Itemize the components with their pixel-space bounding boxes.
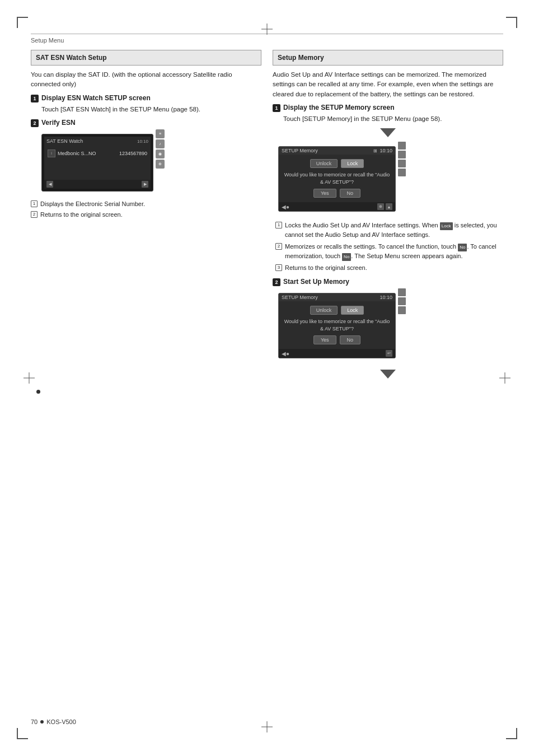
sm2-yes-btn[interactable]: Yes — [313, 335, 336, 344]
sm2-si-2 — [398, 297, 406, 305]
corner-mark-bl — [17, 728, 28, 739]
no-btn-label-1: No — [458, 244, 467, 251]
sat-esn-screen-title: SAT ESN Watch — [46, 138, 83, 146]
left-step-1: 1 Display ESN Watch SETUP screen — [31, 94, 261, 102]
sm2-question: Would you like to memorize or recall the… — [283, 318, 391, 332]
sm2-bottom: ◀● ↩ — [279, 349, 395, 358]
left-bullet — [36, 387, 261, 395]
left-step-2-title: Verify ESN — [41, 119, 76, 127]
right-section-title: Setup Memory — [278, 54, 324, 62]
left-note-2-text: Returns to the original screen. — [40, 210, 123, 220]
sm1-si-3 — [398, 160, 406, 167]
sm1-yes-btn[interactable]: Yes — [313, 189, 336, 198]
down-arrow-1 — [273, 128, 503, 137]
down-arrow-2-icon — [380, 370, 396, 379]
right-step-1: 1 Display the SETUP Memory screen — [273, 104, 503, 112]
sm1-answer-row: Yes No — [283, 189, 391, 198]
no-btn-label-2: No — [342, 253, 351, 261]
left-section-box: SAT ESN Watch Setup — [31, 50, 261, 66]
sm1-content: Unlock Lock Would you like to memorize o… — [279, 155, 395, 202]
down-arrow-1-icon — [380, 128, 396, 137]
sm2-btn-row: Unlock Lock — [283, 306, 391, 315]
sm1-question: Would you like to memorize or recall the… — [283, 171, 391, 185]
sat-esn-screen-wrapper: SAT ESN Watch 10:10 i Medbonic S...NO 12… — [41, 129, 261, 197]
footer-model: KOS-V500 — [46, 718, 76, 725]
sm1-si-2 — [398, 151, 406, 158]
sm1-side-icons — [398, 142, 406, 176]
right-description: Audio Set Up and AV Interface settings c… — [273, 70, 503, 99]
section-header-text: Setup Menu — [31, 37, 64, 44]
sm2-title: SETUP Memory — [282, 295, 318, 300]
left-notes: 1 Displays the Electronic Serial Number.… — [31, 199, 261, 219]
sm1-title: SETUP Memory — [282, 148, 318, 153]
sat-esn-ri-1: ≡ — [156, 129, 165, 138]
sm2-si-1 — [398, 288, 406, 296]
sm1-title-bar: SETUP Memory ⊞ 10:10 — [279, 147, 395, 155]
sm1-bottom-left: ◀● — [282, 204, 289, 210]
sat-esn-row1-val: 1234567890 — [119, 150, 147, 158]
section-header: Setup Menu — [31, 34, 503, 44]
setup-memory-screen-1-container: SETUP Memory ⊞ 10:10 Unlock Lock Would y… — [278, 142, 396, 216]
right-step-2-title: Start Set Up Memory — [283, 278, 349, 286]
right-step-1-notes: 1 Locks the Audio Set Up and AV Interfac… — [275, 221, 503, 272]
left-note-1-num: 1 — [31, 200, 38, 207]
left-step-1-content: Touch [SAT ESN Watch] in the SETUP Menu … — [41, 105, 261, 114]
right-note-2: 2 Memorizes or recalls the settings. To … — [275, 242, 503, 261]
sm1-si-4 — [398, 169, 406, 176]
sm2-no-btn[interactable]: No — [340, 335, 361, 344]
sat-esn-ri-4: ⊕ — [156, 160, 165, 169]
sat-esn-row1: i Medbonic S...NO 1234567890 — [48, 150, 147, 157]
sm2-title-bar: SETUP Memory 10:10 — [279, 293, 395, 301]
sm2-content: Unlock Lock Would you like to memorize o… — [279, 301, 395, 349]
sm1-lock-btn[interactable]: Lock — [341, 159, 364, 168]
footer: 70 KOS-V500 — [31, 718, 76, 725]
right-note-2-text: Memorizes or recalls the settings. To ca… — [285, 242, 503, 261]
right-step-1-content: Touch [SETUP Memory] in the SETUP Menu (… — [283, 114, 503, 124]
sm2-lock-btn[interactable]: Lock — [341, 306, 364, 315]
right-note-2-num: 2 — [275, 243, 282, 250]
right-step-2-num: 2 — [273, 278, 280, 286]
sm1-bottom: ◀● ⊕ ▲ — [279, 202, 395, 211]
sm1-no-btn[interactable]: No — [340, 189, 361, 198]
left-description: You can display the SAT ID. (with the op… — [31, 70, 261, 90]
sm2-time: 10:10 — [380, 295, 392, 300]
sat-esn-ri-3: ◉ — [156, 150, 165, 158]
left-section-title: SAT ESN Watch Setup — [36, 54, 107, 62]
sm1-time: 10:10 — [380, 148, 392, 153]
sat-esn-screen: SAT ESN Watch 10:10 i Medbonic S...NO 12… — [41, 134, 153, 192]
right-note-1-text: Locks the Audio Set Up and AV Interface … — [285, 221, 503, 240]
page: Setup Menu SAT ESN Watch Setup You can d… — [0, 0, 534, 428]
right-step-1-title: Display the SETUP Memory screen — [283, 104, 395, 111]
bullet-dot-icon — [36, 390, 40, 394]
sat-esn-screen-container: SAT ESN Watch 10:10 i Medbonic S...NO 12… — [41, 129, 153, 197]
right-step-1-num: 1 — [273, 104, 280, 112]
sm2-unlock-btn[interactable]: Unlock — [310, 306, 338, 315]
lock-btn-label: Lock — [440, 222, 453, 230]
corner-mark-tl — [17, 17, 28, 28]
setup-memory-screen-1: SETUP Memory ⊞ 10:10 Unlock Lock Would y… — [278, 146, 396, 212]
setup-memory-screen-2: SETUP Memory 10:10 Unlock Lock Would you… — [278, 293, 396, 358]
sat-esn-bottom-icon-left: ◀ — [46, 181, 53, 188]
sm1-title-right: ⊞ 10:10 — [373, 148, 392, 153]
footer-page-num: 70 — [31, 718, 38, 725]
sat-esn-time: 10:10 — [137, 138, 148, 145]
right-note-1-num: 1 — [275, 222, 282, 228]
right-step-2: 2 Start Set Up Memory — [273, 278, 503, 286]
sm2-bottom-left: ◀● — [282, 351, 289, 357]
left-step-1-num: 1 — [31, 95, 39, 102]
right-section-box: Setup Memory — [273, 50, 503, 66]
sm1-icon-2: ▲ — [386, 203, 392, 210]
sm1-si-1 — [398, 142, 406, 150]
sm1-unlock-btn[interactable]: Unlock — [310, 159, 338, 168]
sm1-icon: ⊞ — [373, 148, 377, 153]
left-column: SAT ESN Watch Setup You can display the … — [31, 50, 261, 395]
setup-memory-screen-2-container: SETUP Memory 10:10 Unlock Lock Would you… — [278, 288, 396, 363]
left-note-1: 1 Displays the Electronic Serial Number. — [31, 199, 261, 209]
sat-esn-bottom: ◀ ▶ — [44, 180, 151, 189]
sat-esn-icon: i — [48, 150, 55, 157]
sat-esn-row1-label: Medbonic S...NO — [58, 150, 96, 158]
left-step-2-num: 2 — [31, 119, 39, 127]
crosshair-bottom — [261, 721, 273, 732]
sm2-answer-row: Yes No — [283, 335, 391, 344]
two-column-layout: SAT ESN Watch Setup You can display the … — [31, 50, 503, 395]
